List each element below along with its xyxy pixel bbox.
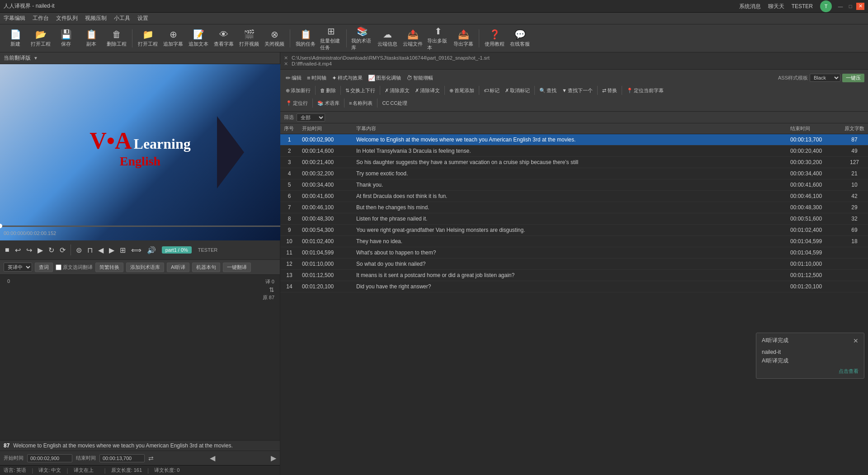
rt-smart-btn[interactable]: ⏱ 智能增幅 [405,74,435,82]
style-template-select[interactable]: Black White Custom [810,74,840,82]
user-avatar[interactable]: T [820,0,832,12]
rt-find-btn[interactable]: 🔍 查找 [538,86,558,95]
filter-select[interactable]: 全部 已翻译 未翻译 已标记 [297,113,325,122]
machine-translate-btn[interactable]: 机器本句 [192,263,220,272]
table-row[interactable]: 1 00:00:02,900 Welcome to English at the… [280,134,868,146]
tb-add-sub[interactable]: ⊕追加字幕 [161,27,185,50]
add-library-btn[interactable]: 添加到术语库 [126,263,164,272]
subtitle-table-container[interactable]: 序号 开始时间 字幕内容 结束时间 原文字数 1 00:00:02,900 We… [280,123,868,475]
table-row[interactable]: 7 00:00:46,100 But then he changes his m… [280,202,868,213]
ai-listen-btn[interactable]: AI听译 [167,263,189,272]
tb-my-lib[interactable]: 📚我的术语库 [350,24,374,53]
menu-file-queue[interactable]: 文件队列 [56,14,78,22]
one-key-translate-btn[interactable]: 一键翻译 [223,263,251,272]
rt-clear-orig-btn[interactable]: ✗ 清除原文 [383,86,411,95]
tb-open[interactable]: 📂打开工程 [29,27,52,50]
tb-my-tasks[interactable]: 📋我的任务 [294,27,317,50]
rt-clear-trans-btn[interactable]: ✗ 清除译文 [413,86,442,95]
table-row[interactable]: 3 00:00:21,400 So his daughter suggests … [280,157,868,168]
menu-tools[interactable]: 小工具 [114,14,130,22]
close-path-1-btn[interactable]: ✕ [284,55,288,61]
popup-close-btn[interactable]: ✕ [853,337,859,344]
rt-lib-btn[interactable]: 📚 术语库 [316,99,341,108]
next-sub-btn[interactable]: ▶ [108,246,116,254]
table-row[interactable]: 5 00:00:34,400 Thank you. 00:00:41,600 1… [280,179,868,191]
tb-add-text[interactable]: 📝追加文本 [187,27,210,50]
current-version-dropdown-icon[interactable]: ▼ [33,56,38,61]
tb-save[interactable]: 💾保存 [54,27,78,50]
table-row[interactable]: 14 00:01:20,100 Did you have the right a… [280,281,868,292]
play-btn[interactable]: ▶ [36,246,44,254]
table-row[interactable]: 10 00:01:02,400 They have no idea. 00:01… [280,236,868,247]
popup-link[interactable]: 点击查看 [762,368,859,375]
close-path-2-btn[interactable]: ✕ [284,61,288,67]
skip-back-btn[interactable]: ↪ [25,246,33,254]
rt-edit-btn[interactable]: ✏ 编辑 [284,74,303,82]
menu-subtitle-edit[interactable]: 字幕编辑 [4,14,25,22]
tb-copy[interactable]: 📋副本 [80,27,103,50]
rt-locate-sub-btn[interactable]: 📍 定位当前字幕 [625,86,665,95]
tb-export[interactable]: 📤导出字幕 [452,27,475,50]
tb-open-proj[interactable]: 📁打开工程 [136,27,160,50]
tb-view-sub[interactable]: 👁查看字幕 [212,27,236,50]
table-row[interactable]: 2 00:00:14,600 In Hotel Transylvania 3 D… [280,146,868,157]
rt-unmark-btn[interactable]: ✗ 取消标记 [503,86,532,95]
tb-delete[interactable]: 🗑删除工程 [105,27,128,50]
rt-delete-btn[interactable]: 🗑 删除 [318,86,338,95]
system-msg-link[interactable]: 系统消息 [739,3,761,10]
video-area[interactable]: V•A Learning English 00:00:000/00:02:00.… [0,64,280,240]
zoom-btn[interactable]: ⊞ [118,246,127,254]
start-time-input[interactable] [27,454,72,462]
prev-sub-btn[interactable]: ◀ [97,246,105,254]
rt-mark-btn[interactable]: 🏷 标记 [482,86,501,95]
align-center-btn[interactable]: ⊓ [86,246,94,254]
skip-fwd-btn[interactable]: ↻ [47,246,56,254]
rt-add-row-btn[interactable]: ⊕ 添加新行 [284,86,312,95]
table-row[interactable]: 8 00:00:48,300 Listen for the phrase nai… [280,213,868,225]
rt-append-btn[interactable]: ⊕ 首尾添加 [448,86,476,95]
table-row[interactable]: 12 00:01:10,000 So what do you think nai… [280,259,868,270]
menu-settings[interactable]: 设置 [137,14,148,22]
tb-cloud-info[interactable]: ☁云端信息 [376,27,399,50]
rt-style-btn[interactable]: ✦ 样式与效果 [330,74,364,82]
align-left-btn[interactable]: ⊜ [75,246,83,254]
rt-replace-btn[interactable]: ⇄ 替换 [600,86,619,95]
original-select-checkbox[interactable] [56,264,61,270]
table-row[interactable]: 13 00:01:12,500 It means is it sent a po… [280,270,868,281]
end-time-input[interactable] [99,454,145,462]
tb-cloud-file[interactable]: 📤云端文件 [401,27,425,50]
video-timeline[interactable] [0,226,280,227]
subtitle-textarea[interactable] [4,286,276,438]
rt-cc-btn[interactable]: CC CC处理 [380,99,409,108]
time-nav-next[interactable]: ▶ [271,454,276,462]
rt-graph-btn[interactable]: 📈 图形化调轴 [366,74,403,82]
tb-new[interactable]: 📄新建 [4,27,27,50]
fullscreen-btn[interactable]: ⟺ [130,246,143,254]
rt-find-next-btn[interactable]: ▼ 查找下一个 [560,86,594,95]
menu-video-compress[interactable]: 视频压制 [85,14,107,22]
table-row[interactable]: 11 00:01:04,599 What's about to happen t… [280,247,868,259]
language-select[interactable]: 英译中 [4,263,32,272]
stop-btn[interactable]: ■ [4,246,11,254]
table-row[interactable]: 6 00:00:41,600 At first Dracula does not… [280,191,868,202]
rt-timeline-btn[interactable]: ≡ 时间轴 [305,74,328,82]
chat-link[interactable]: 聊天天 [768,3,784,10]
tb-open-video[interactable]: 🎬打开视频 [237,27,261,50]
tb-batch[interactable]: ⊞批量创建任务 [319,24,343,53]
volume-btn[interactable]: 🔊 [146,246,157,254]
convert-btn[interactable]: 简繁转换 [95,263,123,272]
lookup-btn[interactable]: 查词 [35,263,53,272]
tb-upload[interactable]: ⬆导出多版本 [426,24,450,53]
loop-btn[interactable]: ⟳ [58,246,67,254]
time-nav-prev[interactable]: ◀ [210,454,215,462]
time-swap-btn[interactable]: ⇄ [148,455,154,462]
menu-workspace[interactable]: 工作台 [33,14,49,22]
rt-names-btn[interactable]: ≡ 名称列表 [347,99,374,108]
rt-swap-btn[interactable]: ⇅ 交换上下行 [344,86,377,95]
tb-online-help[interactable]: 💬在线客服 [508,27,532,50]
table-row[interactable]: 4 00:00:32,200 Try some exotic food. 00:… [280,168,868,179]
original-select-label[interactable]: 原文选词翻译 [56,264,93,271]
part-badge[interactable]: part1 / 0% [162,246,192,254]
rewind-btn[interactable]: ↩ [14,246,22,254]
tb-close-video[interactable]: ⊗关闭视频 [263,27,286,50]
